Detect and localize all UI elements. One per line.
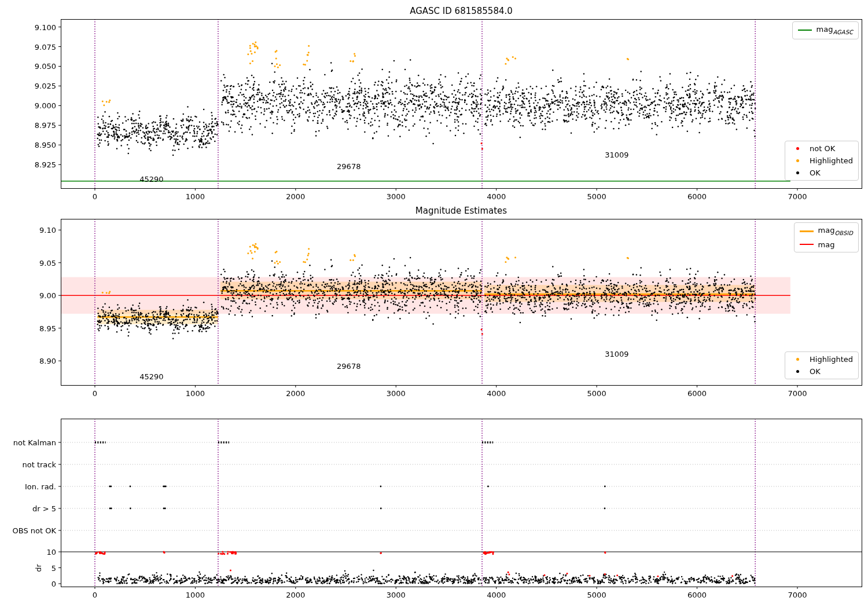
legend-item-ok: OK <box>790 367 853 376</box>
legend-label: magAGASC <box>816 25 853 36</box>
legend-item-not-ok: not OK <box>790 144 853 153</box>
plots-canvas <box>0 0 868 608</box>
orange-line-swatch <box>800 230 814 232</box>
orange-dot-swatch <box>796 358 799 361</box>
legend-item-highlighted: Highlighted <box>790 156 853 165</box>
legend-label: magOBSID <box>818 226 853 237</box>
black-dot-swatch <box>796 370 799 373</box>
legend-label-subscript: AGASC <box>833 29 853 35</box>
red-dot-swatch <box>796 147 799 150</box>
legend-chart2-lines: magOBSID mag <box>794 222 859 252</box>
legend-label-subscript: OBSID <box>834 230 853 236</box>
legend-label-text: not OK <box>810 144 835 153</box>
legend-label-text: Highlighted <box>810 355 853 364</box>
orange-dot-swatch <box>796 159 799 162</box>
legend-item-highlighted: Highlighted <box>790 355 853 364</box>
legend-item-ok: OK <box>790 169 853 177</box>
legend-item-mag-obsid: magOBSID <box>800 226 853 237</box>
legend-label-text: Highlighted <box>810 156 853 165</box>
legend-mag-agasc: magAGASC <box>792 21 859 39</box>
red-line-swatch <box>800 244 814 245</box>
green-line-swatch <box>798 30 812 31</box>
legend-chart1-markers: not OK Highlighted OK <box>785 141 859 181</box>
legend-label-text: mag <box>818 226 835 235</box>
legend-item-mag-agasc: magAGASC <box>798 25 853 36</box>
figure: 4529029678310090100020003000400050006000… <box>0 0 868 608</box>
legend-chart2-markers: Highlighted OK <box>785 351 859 379</box>
chart2-title: Magnitude Estimates <box>415 206 507 216</box>
legend-label-text: OK <box>810 169 821 177</box>
legend-item-mag: mag <box>800 240 853 249</box>
black-dot-swatch <box>796 171 799 174</box>
chart1-title: AGASC ID 681585584.0 <box>410 6 513 16</box>
legend-label-text: mag <box>818 240 835 249</box>
legend-label-text: mag <box>816 25 833 34</box>
legend-label-text: OK <box>810 367 821 376</box>
